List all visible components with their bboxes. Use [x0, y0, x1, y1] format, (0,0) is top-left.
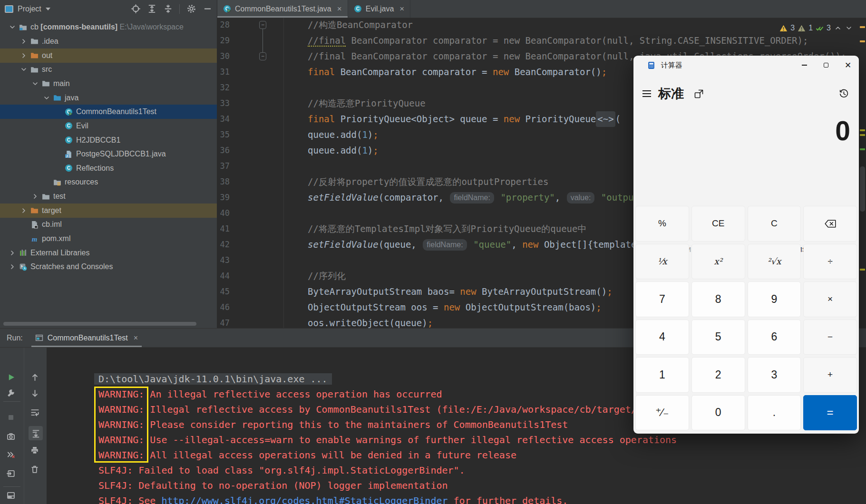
calc-key-square-root[interactable]: ²√x	[748, 244, 801, 280]
keep-on-top-icon[interactable]	[691, 86, 707, 101]
stripe-mark	[860, 26, 865, 28]
calc-key-clear[interactable]: C	[748, 206, 801, 242]
tree-item-cb-iml[interactable]: cb.iml	[0, 217, 217, 232]
history-icon[interactable]	[835, 86, 852, 101]
tree-item-H2JDBCCB1[interactable]: CH2JDBCCB1	[0, 133, 217, 147]
print-icon[interactable]	[30, 446, 41, 456]
tree-item-scratches-and-consoles[interactable]: Scratches and Consoles	[0, 260, 217, 274]
close-icon: ✕	[845, 60, 851, 70]
calc-key-add[interactable]: +	[803, 357, 857, 393]
mute-icon[interactable]	[7, 450, 17, 461]
close-icon[interactable]: ×	[399, 4, 404, 14]
calc-key-reciprocal[interactable]: ⅟x	[635, 244, 689, 280]
calculator-titlebar[interactable]: 计算器 ✕	[633, 56, 859, 75]
horizontal-scrollbar[interactable]	[3, 322, 196, 326]
calc-key-negate[interactable]: ⁺∕₋	[635, 395, 689, 431]
prev-problem-chevron-icon[interactable]	[834, 24, 842, 32]
tree-item-out[interactable]: out	[0, 48, 217, 63]
close-button[interactable]: ✕	[837, 56, 859, 75]
down-icon[interactable]	[30, 389, 41, 399]
calc-key-backspace[interactable]	[803, 206, 857, 242]
minimize-button[interactable]	[793, 56, 815, 75]
tree-item-main[interactable]: main	[0, 77, 217, 91]
console-hyperlink[interactable]: http://www.slf4j.org/codes.html#StaticLo…	[161, 495, 448, 504]
chevron-right-icon[interactable]	[31, 193, 42, 200]
up-icon[interactable]	[30, 373, 41, 383]
tree-item-src[interactable]: src	[0, 62, 217, 77]
next-problem-chevron-icon[interactable]	[845, 24, 853, 32]
calc-key-one[interactable]: 1	[635, 357, 689, 393]
tree-item-resources[interactable]: resources	[0, 175, 217, 189]
tree-item-test[interactable]: test	[0, 189, 217, 204]
settings-gear-icon[interactable]	[186, 4, 196, 14]
chevron-down-icon[interactable]	[20, 66, 30, 73]
chevron-right-icon[interactable]	[20, 52, 30, 59]
svg-text:C: C	[67, 137, 70, 143]
ok-check-icon[interactable]	[816, 24, 824, 32]
tree-item-java[interactable]: java	[0, 91, 217, 105]
expand-all-icon[interactable]	[147, 4, 156, 14]
stop-icon[interactable]	[7, 413, 17, 424]
chevron-down-icon[interactable]	[31, 80, 42, 87]
rerun-icon[interactable]	[7, 373, 17, 383]
calc-key-square[interactable]: x²	[691, 244, 745, 280]
calc-key-zero[interactable]: 0	[691, 395, 745, 431]
calc-key-five[interactable]: 5	[691, 320, 745, 355]
tree-item-idea[interactable]: .idea	[0, 34, 217, 48]
calc-key-equals[interactable]: =	[803, 395, 857, 431]
tree-item-label: java	[65, 94, 78, 102]
fold-marker-icon[interactable]: −	[259, 21, 266, 29]
chevron-right-icon[interactable]	[20, 207, 30, 214]
chevron-right-icon[interactable]	[9, 249, 19, 257]
tree-item-external-libraries[interactable]: External Libraries	[0, 246, 217, 260]
calc-key-multiply[interactable]: ×	[803, 281, 857, 317]
editor-scrollbar[interactable]	[860, 166, 865, 212]
calc-key-subtract[interactable]: −	[803, 320, 857, 355]
scrollend-icon[interactable]	[29, 426, 43, 440]
maximize-button[interactable]	[815, 56, 837, 75]
warning-icon[interactable]	[779, 24, 788, 32]
tree-item-Reflections[interactable]: CReflections	[0, 161, 217, 175]
chevron-right-icon[interactable]	[20, 38, 30, 45]
tree-item-Evil[interactable]: CEvil	[0, 119, 217, 133]
calc-key-divide[interactable]: ÷	[803, 244, 857, 280]
calc-key-six[interactable]: 6	[748, 320, 801, 355]
hide-panel-icon[interactable]	[203, 4, 212, 14]
editor-tab-CommonBeanutils1Test.java[interactable]: CCommonBeanutils1Test.java×	[217, 0, 348, 18]
chevron-down-icon[interactable]	[9, 23, 19, 31]
tree-item-label: cb [commons-beanutils] E:\Java\workspace	[30, 23, 184, 31]
locate-file-icon[interactable]	[131, 4, 140, 14]
run-tab[interactable]: CommonBeanutils1Test ×	[31, 329, 142, 347]
calc-key-clear-entry[interactable]: CE	[691, 206, 745, 242]
tree-item-label: H2JDBCCB1	[76, 136, 120, 145]
camera-icon[interactable]	[7, 432, 17, 443]
calc-key-decimal[interactable]: .	[748, 395, 801, 431]
hamburger-menu-button[interactable]	[637, 85, 656, 102]
tree-item-target[interactable]: target	[0, 204, 217, 218]
tree-item-PostgeSQLJDBCCB1-java[interactable]: JPostgeSQLJDBCCB1.java	[0, 147, 217, 161]
calc-key-seven[interactable]: 7	[635, 281, 689, 317]
tree-item-cb-root[interactable]: cb [commons-beanutils] E:\Java\workspace	[0, 20, 217, 34]
fold-marker-icon[interactable]: −	[259, 52, 266, 60]
calc-key-four[interactable]: 4	[635, 320, 689, 355]
chevron-right-icon[interactable]	[9, 263, 19, 271]
project-view-dropdown[interactable]: Project	[5, 5, 50, 13]
calc-key-two[interactable]: 2	[691, 357, 745, 393]
calc-key-percent[interactable]: %	[635, 206, 689, 242]
tree-item-CommonBeanutils1Test[interactable]: CCommonBeanutils1Test	[0, 105, 217, 119]
collapse-all-icon[interactable]	[163, 4, 173, 14]
attach-icon[interactable]	[7, 469, 17, 480]
calc-key-nine[interactable]: 9	[748, 281, 801, 317]
editor-tab-Evil.java[interactable]: CEvil.java×	[348, 0, 411, 18]
calc-key-three[interactable]: 3	[748, 357, 801, 393]
weak-warning-icon[interactable]	[798, 24, 806, 32]
trash-icon[interactable]	[30, 465, 41, 475]
calc-key-eight[interactable]: 8	[691, 281, 745, 317]
wrench-icon[interactable]	[7, 389, 17, 399]
close-icon[interactable]: ×	[337, 4, 342, 14]
chevron-down-icon[interactable]	[43, 94, 53, 102]
close-icon[interactable]: ×	[134, 334, 138, 342]
softwrap-icon[interactable]	[30, 408, 41, 418]
tree-item-pom-xml[interactable]: mpom.xml	[0, 232, 217, 246]
layout-icon[interactable]	[7, 491, 17, 502]
